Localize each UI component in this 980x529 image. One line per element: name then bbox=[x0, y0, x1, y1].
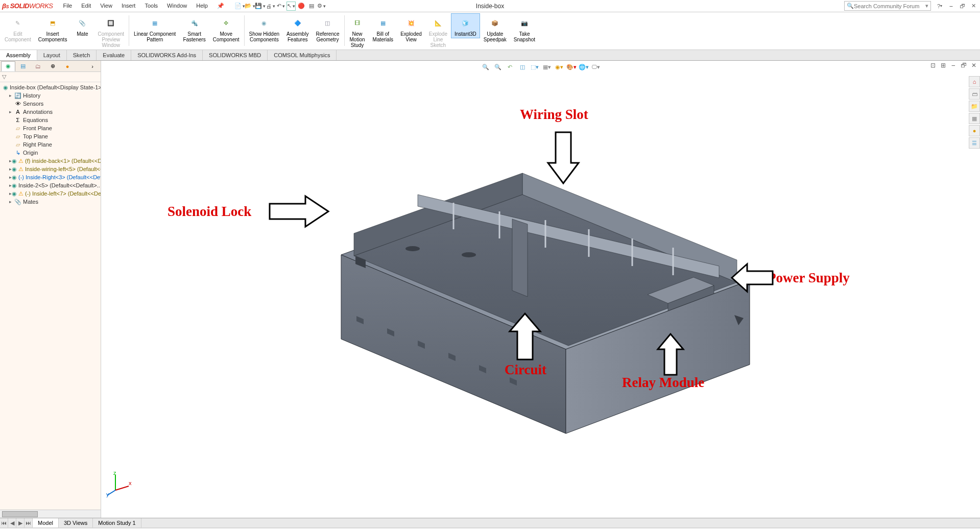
tab-evaluate[interactable]: Evaluate bbox=[97, 50, 131, 60]
custom-props-tab-icon[interactable]: ☰ bbox=[969, 137, 980, 149]
mate-button[interactable]: 📎Mate bbox=[70, 13, 94, 38]
tree-item-mates[interactable]: ▸📎Mates bbox=[0, 198, 101, 206]
expand-icon[interactable]: ▸ bbox=[9, 199, 14, 204]
new-doc-icon[interactable]: 📄▾ bbox=[235, 2, 245, 11]
display-tab-icon[interactable]: ● bbox=[60, 61, 75, 71]
appearances-tab-icon[interactable]: ● bbox=[969, 125, 980, 136]
settings-icon[interactable]: ⚙▾ bbox=[317, 2, 326, 11]
graphics-viewport[interactable]: 🔍 🔍 ↶ ◫ ⬚▾ ▦▾ ◉▾ 🎨▾ 🌐▾ 🖵▾ ⊡ ⊞ ‒ 🗗 ✕ ⌂ 🗃 … bbox=[101, 61, 980, 518]
tree-item-part[interactable]: ▸◉⚠(f) inside-back<1> (Default<<Def... bbox=[0, 157, 101, 165]
configuration-tab-icon[interactable]: 🗂 bbox=[31, 61, 45, 71]
move-component-button[interactable]: ✥Move Component bbox=[209, 13, 243, 44]
expand-icon[interactable]: ▸ bbox=[9, 109, 14, 114]
bottom-tab-motion-study[interactable]: Motion Study 1 bbox=[93, 518, 141, 527]
menu-edit[interactable]: Edit bbox=[77, 1, 95, 11]
menu-view[interactable]: View bbox=[96, 1, 116, 11]
file-explorer-tab-icon[interactable]: 📁 bbox=[969, 101, 980, 112]
tree-item-part[interactable]: ▸◉(-) Inside-Right<3> (Default<<Def... bbox=[0, 173, 101, 181]
undo-icon[interactable]: ↶▾ bbox=[276, 2, 285, 11]
search-box[interactable]: 🔍 ▾ bbox=[844, 1, 931, 11]
menu-insert[interactable]: Insert bbox=[117, 1, 140, 11]
menu-help[interactable]: Help bbox=[192, 1, 212, 11]
print-icon[interactable]: 🖨▾ bbox=[266, 2, 275, 11]
view-palette-tab-icon[interactable]: ▦ bbox=[969, 113, 980, 124]
save-icon[interactable]: 💾▾ bbox=[256, 2, 265, 11]
view-orientation-icon[interactable]: ⬚▾ bbox=[530, 62, 540, 72]
tab-nav-next-icon[interactable]: ▶ bbox=[16, 518, 25, 527]
open-doc-icon[interactable]: 📂▾ bbox=[246, 2, 255, 11]
tab-nav-last-icon[interactable]: ⏭ bbox=[25, 518, 33, 527]
section-view-icon[interactable]: ◫ bbox=[517, 62, 528, 72]
restore-icon[interactable]: 🗗 bbox=[958, 2, 967, 10]
reference-geometry-button[interactable]: ◫Reference Geometry bbox=[312, 13, 343, 44]
menu-tools[interactable]: Tools bbox=[140, 1, 162, 11]
select-icon[interactable]: ↖▾ bbox=[286, 2, 296, 11]
tab-nav-prev-icon[interactable]: ◀ bbox=[8, 518, 16, 527]
search-input[interactable] bbox=[854, 3, 925, 9]
edit-appearance-icon[interactable]: 🎨▾ bbox=[566, 62, 577, 72]
display-style-icon[interactable]: ▦▾ bbox=[542, 62, 552, 72]
hide-show-icon[interactable]: ◉▾ bbox=[554, 62, 564, 72]
assembly-features-button[interactable]: 🔷Assembly Features bbox=[283, 13, 312, 44]
feature-tree-tab-icon[interactable]: ◉ bbox=[1, 61, 15, 71]
orientation-triad[interactable]: z x y bbox=[106, 471, 133, 497]
tab-nav-first-icon[interactable]: ⏮ bbox=[0, 518, 8, 527]
filter-row[interactable]: ▽ bbox=[0, 72, 101, 82]
tree-item-part[interactable]: ▸◉Inside-2<5> (Default<<Default>... bbox=[0, 181, 101, 189]
linear-component-pattern-button[interactable]: ▦Linear Component Pattern bbox=[130, 13, 179, 44]
new-motion-study-button[interactable]: 🎞New Motion Study bbox=[346, 13, 369, 50]
tree-item-sensors[interactable]: 👁Sensors bbox=[0, 100, 101, 108]
tree-item-part[interactable]: ▸◉⚠Inside-wiring-left<5> (Default<<D... bbox=[0, 165, 101, 173]
take-snapshot-button[interactable]: 📷Take Snapshot bbox=[510, 13, 539, 44]
tab-sw-addins[interactable]: SOLIDWORKS Add-Ins bbox=[131, 50, 203, 60]
child-restore-icon[interactable]: 🗗 bbox=[960, 62, 968, 69]
child-more-icon[interactable]: ⊞ bbox=[939, 62, 947, 69]
tree-item-front-plane[interactable]: ▱Front Plane bbox=[0, 124, 101, 132]
tab-sw-mbd[interactable]: SOLIDWORKS MBD bbox=[203, 50, 268, 60]
options-list-icon[interactable]: ▤ bbox=[307, 2, 316, 11]
smart-fasteners-button[interactable]: 🔩Smart Fasteners bbox=[179, 13, 209, 44]
tree-item-top-plane[interactable]: ▱Top Plane bbox=[0, 132, 101, 140]
tab-comsol[interactable]: COMSOL Multiphysics bbox=[268, 50, 337, 60]
tree-item-part[interactable]: ▸◉⚠(-) Inside-left<7> (Default<<Defaul..… bbox=[0, 189, 101, 198]
sw-resources-tab-icon[interactable]: ⌂ bbox=[969, 76, 980, 87]
tree-item-history[interactable]: ▸🔄History bbox=[0, 91, 101, 100]
tree-item-equations[interactable]: ΣEquations bbox=[0, 116, 101, 124]
property-manager-tab-icon[interactable]: ▤ bbox=[16, 61, 30, 71]
previous-view-icon[interactable]: ↶ bbox=[505, 62, 515, 72]
close-icon[interactable]: ✕ bbox=[969, 2, 978, 10]
insert-components-button[interactable]: ⬒Insert Components bbox=[35, 13, 71, 44]
bill-of-materials-button[interactable]: ▦Bill of Materials bbox=[369, 13, 397, 44]
view-settings-icon[interactable]: 🖵▾ bbox=[591, 62, 601, 72]
tree-item-right-plane[interactable]: ▱Right Plane bbox=[0, 140, 101, 149]
search-dropdown-icon[interactable]: ▾ bbox=[925, 3, 928, 9]
child-minimize-icon[interactable]: ‒ bbox=[949, 62, 958, 69]
rebuild-icon[interactable]: 🔴 bbox=[297, 2, 306, 11]
minimize-icon[interactable]: ‒ bbox=[946, 2, 955, 10]
menu-window[interactable]: Window bbox=[163, 1, 191, 11]
sidebar-hscroll[interactable] bbox=[0, 510, 101, 518]
menu-pin[interactable]: 📌 bbox=[213, 1, 228, 11]
tree-item-annotations[interactable]: ▸AAnnotations bbox=[0, 108, 101, 116]
apply-scene-icon[interactable]: 🌐▾ bbox=[579, 62, 589, 72]
panel-expand-icon[interactable]: › bbox=[85, 61, 100, 71]
show-hidden-components-button[interactable]: ◉Show Hidden Components bbox=[246, 13, 283, 44]
instant3d-button[interactable]: 🧊Instant3D bbox=[451, 13, 480, 38]
exploded-view-button[interactable]: 💥Exploded View bbox=[397, 13, 425, 44]
bottom-tab-model[interactable]: Model bbox=[33, 518, 59, 527]
tab-assembly[interactable]: Assembly bbox=[0, 50, 37, 60]
menu-file[interactable]: File bbox=[59, 1, 77, 11]
zoom-to-fit-icon[interactable]: 🔍 bbox=[481, 62, 491, 72]
dimxpert-tab-icon[interactable]: ⊕ bbox=[45, 61, 60, 71]
expand-icon[interactable]: ▸ bbox=[9, 93, 14, 98]
zoom-area-icon[interactable]: 🔍 bbox=[493, 62, 503, 72]
tab-layout[interactable]: Layout bbox=[37, 50, 67, 60]
help-icon[interactable]: ?▾ bbox=[935, 2, 944, 10]
bottom-tab-3d-views[interactable]: 3D Views bbox=[59, 518, 93, 527]
tree-root[interactable]: ◉ Inside-box (Default<Display State-1>) bbox=[0, 83, 101, 91]
child-close-icon[interactable]: ✕ bbox=[970, 62, 978, 69]
update-speedpak-button[interactable]: 📦Update Speedpak bbox=[480, 13, 510, 44]
child-pin-icon[interactable]: ⊡ bbox=[929, 62, 937, 69]
tab-sketch[interactable]: Sketch bbox=[67, 50, 97, 60]
tree-item-origin[interactable]: ↳Origin bbox=[0, 149, 101, 157]
